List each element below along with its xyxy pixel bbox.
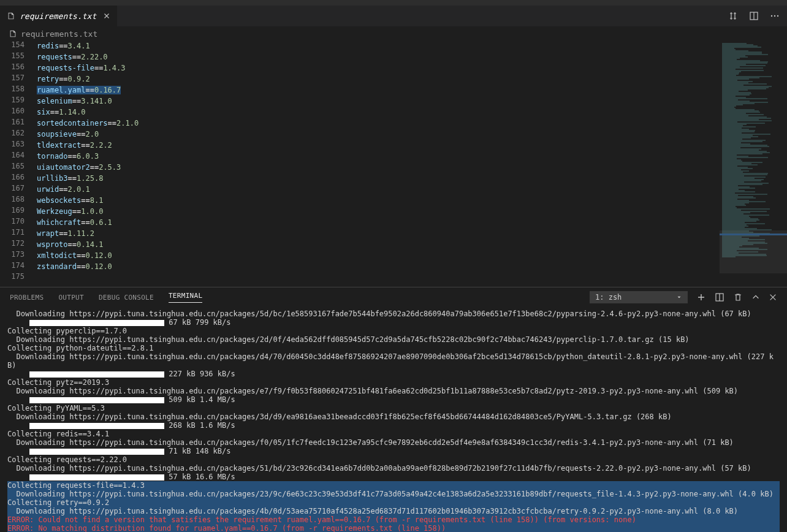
tab-requirements[interactable]: requirements.txt — [0, 6, 117, 27]
code-content[interactable]: redis==3.4.1requests==2.22.0requests-fil… — [37, 40, 720, 287]
more-icon[interactable] — [770, 11, 780, 21]
trash-icon[interactable] — [733, 292, 743, 302]
tab-output[interactable]: OUTPUT — [58, 294, 84, 302]
compare-icon[interactable] — [728, 11, 738, 21]
file-icon — [9, 29, 17, 38]
terminal-selector[interactable]: 1: zsh — [590, 291, 688, 303]
chevron-down-icon — [676, 294, 682, 300]
chevron-up-icon[interactable] — [751, 293, 760, 302]
panel-tabs: PROBLEMS OUTPUT DEBUG CONSOLE TERMINAL 1… — [0, 287, 787, 307]
svg-point-4 — [777, 15, 778, 17]
close-icon[interactable] — [102, 12, 111, 20]
split-terminal-icon[interactable] — [715, 292, 724, 302]
breadcrumb-label: requirements.txt — [21, 29, 97, 39]
terminal-selector-label: 1: zsh — [595, 293, 622, 302]
tab-terminal[interactable]: TERMINAL — [169, 292, 202, 303]
line-gutter: 1541551561571581591601611621631641651661… — [0, 40, 37, 287]
new-terminal-icon[interactable] — [696, 292, 706, 302]
tab-label: requirements.txt — [20, 12, 96, 21]
file-icon — [6, 11, 16, 21]
svg-point-3 — [774, 15, 775, 17]
terminal-output[interactable]: Downloading https://pypi.tuna.tsinghua.e… — [0, 307, 787, 532]
tab-debug-console[interactable]: DEBUG CONSOLE — [99, 294, 154, 302]
bottom-panel: PROBLEMS OUTPUT DEBUG CONSOLE TERMINAL 1… — [0, 287, 787, 532]
close-panel-icon[interactable] — [769, 293, 777, 302]
split-editor-icon[interactable] — [749, 11, 759, 21]
tab-problems[interactable]: PROBLEMS — [10, 294, 44, 302]
svg-point-2 — [771, 15, 772, 17]
editor-tabs-row: requirements.txt — [0, 6, 787, 27]
editor-area[interactable]: 1541551561571581591601611621631641651661… — [0, 40, 787, 287]
title-bar — [0, 0, 787, 6]
minimap[interactable] — [720, 40, 787, 287]
breadcrumb[interactable]: requirements.txt — [0, 27, 787, 40]
